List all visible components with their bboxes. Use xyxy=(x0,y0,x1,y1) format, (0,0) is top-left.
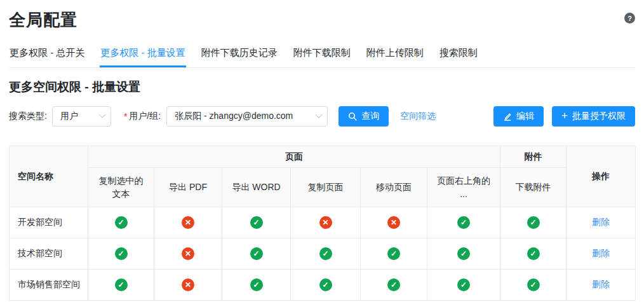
permission-allowed-icon: ✓ xyxy=(319,278,332,291)
permission-denied-icon: ✕ xyxy=(182,278,194,291)
tab-more-perms-master-switch[interactable]: 更多权限 - 总开关 xyxy=(9,43,85,67)
table-header: 空间名称 页面 附件 操作 复制选中的文本 导出 PDF 导出 WORD 复制页… xyxy=(10,146,636,207)
action-cell: 删除 xyxy=(567,207,636,238)
chevron-down-icon xyxy=(315,111,322,118)
delete-link[interactable]: 删除 xyxy=(592,217,610,227)
permission-allowed-icon: ✓ xyxy=(387,278,400,291)
user-group-select[interactable]: 张辰阳 - zhangcy@demo.com xyxy=(166,106,328,127)
table-row: 开发部空间✓✕✓✕✕✓✓删除 xyxy=(10,207,636,238)
permission-cell: ✓ xyxy=(500,238,567,270)
filter-bar: 搜索类型: 用户 * 用户/组: 张辰阳 - zhangcy@demo.com … xyxy=(9,106,635,127)
permission-cell: ✓ xyxy=(291,270,361,301)
column-header-space-name: 空间名称 xyxy=(10,146,88,207)
plus-icon: + xyxy=(561,109,568,122)
search-type-label: 搜索类型: xyxy=(9,111,47,122)
tab-bar: 更多权限 - 总开关 更多权限 - 批量设置 附件下载历史记录 附件下载限制 附… xyxy=(9,43,635,68)
permissions-table: 空间名称 页面 附件 操作 复制选中的文本 导出 PDF 导出 WORD 复制页… xyxy=(9,146,636,301)
help-icon[interactable]: ? xyxy=(624,13,635,24)
permission-cell: ✓ xyxy=(222,207,291,238)
space-filter-link[interactable]: 空间筛选 xyxy=(400,111,436,122)
permission-allowed-icon: ✓ xyxy=(250,247,263,260)
permission-allowed-icon: ✓ xyxy=(115,247,128,260)
column-group-page: 页面 xyxy=(88,146,500,168)
column-header-actions: 操作 xyxy=(567,146,636,207)
permission-denied-icon: ✕ xyxy=(182,216,194,229)
permission-cell: ✓ xyxy=(222,270,291,301)
global-config-page: 全局配置 ? 更多权限 - 总开关 更多权限 - 批量设置 附件下载历史记录 附… xyxy=(0,0,644,301)
batch-grant-button[interactable]: + 批量授予权限 xyxy=(552,106,635,127)
permission-cell: ✕ xyxy=(154,270,222,301)
column-header-export-pdf: 导出 PDF xyxy=(154,168,222,207)
user-group-label: 用户/组: xyxy=(129,111,161,122)
batch-grant-button-label: 批量授予权限 xyxy=(572,111,626,122)
permission-cell: ✓ xyxy=(500,207,567,238)
page-header: 全局配置 ? xyxy=(9,6,635,31)
permission-allowed-icon: ✓ xyxy=(457,216,470,229)
edit-button-label: 编辑 xyxy=(516,111,534,122)
permission-cell: ✓ xyxy=(88,238,154,270)
permission-cell: ✓ xyxy=(500,270,567,301)
permission-cell: ✓ xyxy=(361,238,427,270)
action-buttons: 编辑 + 批量授予权限 xyxy=(493,106,635,127)
permission-cell: ✓ xyxy=(291,238,361,270)
tab-attachment-download-history[interactable]: 附件下载历史记录 xyxy=(201,43,278,67)
permission-allowed-icon: ✓ xyxy=(527,216,540,229)
permission-allowed-icon: ✓ xyxy=(457,278,470,291)
search-type-select[interactable]: 用户 xyxy=(52,106,111,127)
chevron-down-icon xyxy=(98,111,105,118)
permission-cell: ✓ xyxy=(222,238,291,270)
column-header-page-top-right-menu: 页面右上角的 ... xyxy=(427,168,500,207)
search-icon xyxy=(348,112,357,121)
permission-denied-icon: ✕ xyxy=(387,216,400,229)
permission-cell: ✕ xyxy=(291,207,361,238)
tab-attachment-download-limit[interactable]: 附件下载限制 xyxy=(293,43,351,67)
required-asterisk: * xyxy=(124,111,127,121)
action-cell: 删除 xyxy=(567,238,636,270)
permission-cell: ✕ xyxy=(154,207,222,238)
permission-cell: ✓ xyxy=(88,270,154,301)
permission-cell: ✓ xyxy=(427,270,500,301)
edit-button[interactable]: 编辑 xyxy=(493,106,544,127)
tab-more-perms-batch-settings[interactable]: 更多权限 - 批量设置 xyxy=(100,43,185,67)
space-name-cell: 技术部空间 xyxy=(10,238,88,270)
permission-allowed-icon: ✓ xyxy=(115,278,128,291)
permission-allowed-icon: ✓ xyxy=(319,247,332,260)
table-body: 开发部空间✓✕✓✕✕✓✓删除技术部空间✓✕✓✓✓✓✓删除市场销售部空间✓✕✓✓✓… xyxy=(10,207,636,301)
permission-cell: ✕ xyxy=(154,238,222,270)
column-header-copy-page: 复制页面 xyxy=(291,168,361,207)
permission-cell: ✓ xyxy=(88,207,154,238)
action-cell: 删除 xyxy=(567,270,636,301)
permission-denied-icon: ✕ xyxy=(182,247,194,260)
space-name-cell: 开发部空间 xyxy=(10,207,88,238)
permission-allowed-icon: ✓ xyxy=(250,216,263,229)
query-button-label: 查询 xyxy=(361,111,379,122)
column-group-attachment: 附件 xyxy=(500,146,567,168)
tab-search-limit[interactable]: 搜索限制 xyxy=(439,43,478,67)
column-header-download-attachment: 下载附件 xyxy=(500,168,567,207)
edit-icon xyxy=(503,112,512,121)
column-header-copy-selected-text: 复制选中的文本 xyxy=(88,168,154,207)
space-name-cell: 市场销售部空间 xyxy=(10,270,88,301)
tab-attachment-upload-limit[interactable]: 附件上传限制 xyxy=(366,43,424,67)
permission-allowed-icon: ✓ xyxy=(250,278,263,291)
permission-cell: ✕ xyxy=(361,207,427,238)
permission-cell: ✓ xyxy=(361,270,427,301)
search-type-value: 用户 xyxy=(60,111,78,122)
section-title: 更多空间权限 - 批量设置 xyxy=(9,79,635,95)
permission-allowed-icon: ✓ xyxy=(387,247,400,260)
user-group-value: 张辰阳 - zhangcy@demo.com xyxy=(175,111,293,122)
column-header-move-page: 移动页面 xyxy=(361,168,427,207)
permission-allowed-icon: ✓ xyxy=(115,216,128,229)
page-title: 全局配置 xyxy=(9,9,77,31)
delete-link[interactable]: 删除 xyxy=(592,279,610,289)
column-header-export-word: 导出 WORD xyxy=(222,168,291,207)
permission-allowed-icon: ✓ xyxy=(527,247,540,260)
table-row: 技术部空间✓✕✓✓✓✓✓删除 xyxy=(10,238,636,270)
delete-link[interactable]: 删除 xyxy=(592,248,610,258)
table-row: 市场销售部空间✓✕✓✓✓✓✓删除 xyxy=(10,270,636,301)
permission-allowed-icon: ✓ xyxy=(457,247,470,260)
permission-cell: ✓ xyxy=(427,238,500,270)
query-button[interactable]: 查询 xyxy=(339,106,389,127)
permission-cell: ✓ xyxy=(427,207,500,238)
permission-denied-icon: ✕ xyxy=(319,216,332,229)
